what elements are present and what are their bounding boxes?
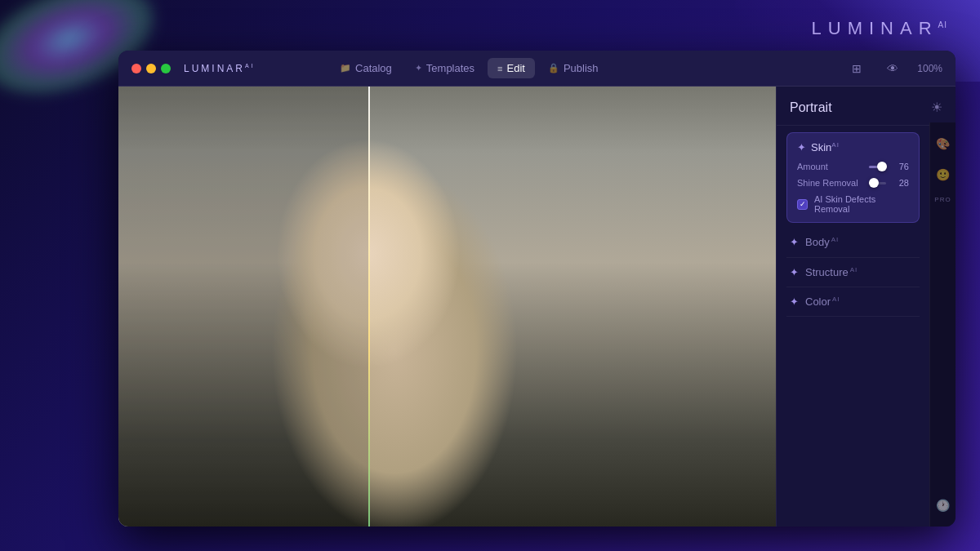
skin-ai-badge: AI — [831, 141, 840, 149]
skin-tool: ✦ SkinAI Amount 76 — [786, 132, 920, 223]
amount-slider-thumb[interactable] — [877, 162, 887, 171]
panel-title: Portrait — [790, 100, 832, 115]
traffic-lights — [131, 64, 171, 73]
templates-label: Templates — [426, 62, 474, 74]
face-icon-btn[interactable]: 🙂 — [932, 163, 955, 186]
shine-removal-slider-track[interactable] — [869, 182, 886, 184]
ai-skin-defects-label: AI Skin Defects Removal — [814, 194, 909, 214]
photo-canvas — [118, 87, 776, 527]
publish-label: Publish — [564, 62, 599, 74]
side-icon-strip: 🎨 🙂 PRO 🕐 — [929, 122, 956, 527]
catalog-icon: 📁 — [340, 63, 351, 73]
color-tool[interactable]: ✦ ColorAI — [786, 287, 920, 317]
structure-tool-name: StructureAI — [805, 266, 858, 278]
photo-area — [118, 87, 776, 527]
nav-catalog[interactable]: 📁 Catalog — [330, 58, 402, 78]
brand-name: LUMINAR — [812, 18, 938, 38]
panel-settings-icon[interactable]: ☀ — [931, 100, 942, 115]
nav-edit[interactable]: ≡ Edit — [488, 58, 535, 78]
zoom-level: 100% — [917, 63, 942, 74]
skin-tool-header[interactable]: ✦ SkinAI — [797, 141, 909, 153]
templates-icon: ✦ — [415, 63, 422, 73]
maximize-button[interactable] — [161, 64, 171, 73]
body-icon: ✦ — [790, 236, 799, 248]
skin-icon: ✦ — [797, 141, 806, 153]
structure-icon: ✦ — [790, 266, 799, 278]
edit-label: Edit — [507, 62, 525, 74]
structure-tool[interactable]: ✦ StructureAI — [786, 258, 920, 287]
color-ai-badge: AI — [832, 295, 840, 303]
ai-skin-defects-checkbox[interactable]: ✓ — [797, 199, 808, 210]
minimize-button[interactable] — [146, 64, 156, 73]
publish-icon: 🔒 — [548, 63, 559, 73]
titlebar: LUMINARAI 📁 Catalog ✦ Templates ≡ Edit 🔒… — [118, 51, 956, 87]
app-name: LUMINARAI — [184, 63, 256, 74]
palette-icon-btn[interactable]: 🎨 — [932, 132, 955, 155]
color-tool-name: ColorAI — [805, 295, 840, 308]
checkbox-check-icon: ✓ — [800, 200, 806, 208]
nav-publish[interactable]: 🔒 Publish — [538, 58, 608, 78]
skin-tool-name: SkinAI — [811, 141, 840, 153]
shine-removal-label: Shine Removal — [797, 178, 862, 188]
shine-removal-slider-thumb[interactable] — [869, 178, 879, 188]
main-area: Portrait ☀ 🎨 🙂 PRO 🕐 ✦ SkinAI — [118, 87, 956, 527]
amount-slider-track[interactable] — [869, 166, 886, 168]
catalog-label: Catalog — [355, 62, 392, 74]
amount-slider-row: Amount 76 — [797, 162, 909, 171]
app-window: LUMINARAI 📁 Catalog ✦ Templates ≡ Edit 🔒… — [118, 51, 956, 527]
amount-label: Amount — [797, 162, 862, 171]
ai-skin-defects-row: ✓ AI Skin Defects Removal — [797, 194, 909, 214]
edit-icon: ≡ — [497, 64, 502, 73]
history-icon-btn[interactable]: 🕐 — [932, 494, 955, 517]
pro-label: PRO — [934, 196, 951, 203]
structure-ai-badge: AI — [850, 266, 858, 273]
before-after-divider[interactable] — [368, 87, 370, 527]
eye-button[interactable]: 👁 — [881, 57, 904, 80]
body-tool[interactable]: ✦ BodyAI — [786, 228, 920, 257]
body-tool-name: BodyAI — [805, 236, 839, 248]
brand-superscript: AI — [938, 20, 947, 29]
right-panel: Portrait ☀ 🎨 🙂 PRO 🕐 ✦ SkinAI — [776, 87, 956, 527]
panel-header: Portrait ☀ — [777, 87, 956, 126]
shine-removal-value: 28 — [893, 178, 909, 188]
view-toggle-button[interactable]: ⊞ — [845, 57, 868, 80]
nav-bar: 📁 Catalog ✦ Templates ≡ Edit 🔒 Publish — [330, 58, 608, 78]
close-button[interactable] — [131, 64, 141, 73]
brand-title: LUMINARAI — [812, 18, 947, 39]
before-overlay — [118, 87, 368, 527]
nav-templates[interactable]: ✦ Templates — [405, 58, 484, 78]
amount-value: 76 — [893, 162, 909, 171]
color-icon: ✦ — [790, 295, 799, 308]
body-ai-badge: AI — [831, 236, 840, 243]
shine-removal-slider-row: Shine Removal 28 — [797, 178, 909, 188]
titlebar-right: ⊞ 👁 100% — [845, 57, 942, 80]
